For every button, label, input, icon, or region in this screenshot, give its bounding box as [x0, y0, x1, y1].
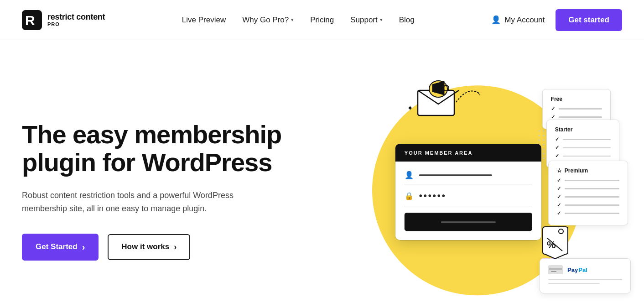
user-icon: 👤 [491, 15, 501, 25]
hero-left: The easy membership plugin for WordPress… [22, 112, 332, 261]
star-decoration-3: ✦ [407, 104, 413, 112]
main-nav: Live Preview Why Go Pro? ▾ Pricing Suppo… [182, 16, 415, 25]
card-starter-title: Starter [555, 126, 611, 133]
password-dots: •••••• [419, 191, 447, 201]
how-it-works-button[interactable]: How it works › [108, 234, 190, 260]
payment-card: PayPal [540, 258, 631, 293]
username-field: 👤 [405, 171, 532, 184]
chevron-down-icon: ▾ [291, 17, 294, 23]
card-row: ✓ [557, 178, 619, 183]
svg-rect-13 [549, 268, 562, 270]
card-row: ✓ [551, 106, 602, 112]
password-field: 🔒 •••••• [405, 191, 532, 206]
credit-card-icon [548, 265, 563, 274]
hero-title: The easy membership plugin for WordPress [22, 121, 314, 176]
hero-section: The easy membership plugin for WordPress… [0, 40, 644, 303]
card-premium-title: ☆ Premium [557, 167, 619, 174]
chevron-down-icon: ▾ [380, 17, 383, 23]
card-row: ✓ [551, 114, 602, 120]
svg-text:R: R [25, 13, 35, 28]
card-row: ✓ [555, 145, 611, 151]
card-free-title: Free [551, 96, 602, 102]
get-started-hero-button[interactable]: Get Started › [22, 234, 99, 261]
pricing-card-premium: ☆ Premium ✓ ✓ ✓ ✓ ✓ [548, 161, 628, 225]
lock-icon: 🔒 [405, 192, 414, 200]
hero-illustration: ✦ ★ ✦ Y [332, 58, 622, 303]
member-area-card: YOUR MEMBER AREA 👤 🔒 •••••• [395, 144, 541, 240]
card-row: ✓ [557, 194, 619, 200]
logo-pro: PRO [47, 22, 105, 27]
discount-tag: % [540, 225, 570, 263]
arrow-decoration [454, 84, 481, 110]
payment-line-2 [548, 283, 600, 284]
submit-line [441, 221, 496, 223]
nav-support[interactable]: Support ▾ [350, 16, 383, 25]
arrow-right-icon: › [174, 242, 177, 252]
svg-rect-14 [551, 271, 556, 272]
header-right: 👤 My Account Get started [491, 9, 622, 31]
logo-icon: R [22, 10, 42, 30]
member-card-submit [405, 213, 532, 231]
svg-marker-6 [476, 90, 480, 96]
hero-buttons: Get Started › How it works › [22, 234, 314, 261]
logo[interactable]: R restrict content PRO [22, 10, 105, 30]
nav-pricing[interactable]: Pricing [310, 16, 334, 25]
member-card-body: 👤 🔒 •••••• [395, 162, 541, 240]
site-header: R restrict content PRO Live Preview Why … [0, 0, 644, 40]
card-row: ✓ [557, 186, 619, 192]
user-field-icon: 👤 [405, 171, 414, 179]
nav-live-preview[interactable]: Live Preview [182, 16, 226, 25]
arrow-right-icon: › [82, 242, 85, 252]
paypal-logo: PayPal [567, 266, 587, 273]
logo-name: restrict content [47, 13, 105, 21]
username-line [419, 174, 492, 176]
payment-icons-row: PayPal [548, 265, 622, 274]
get-started-header-button[interactable]: Get started [556, 9, 622, 31]
star-premium-icon: ☆ [557, 167, 562, 174]
nav-blog[interactable]: Blog [399, 16, 415, 25]
card-row: ✓ [555, 153, 611, 159]
card-row: ✓ [557, 202, 619, 208]
my-account-link[interactable]: 👤 My Account [491, 15, 545, 25]
hero-subtitle: Robust content restriction tools and a p… [22, 189, 259, 215]
nav-why-go-pro[interactable]: Why Go Pro? ▾ [242, 16, 294, 25]
card-row: ✓ [557, 210, 619, 216]
payment-line-1 [548, 279, 622, 280]
member-card-header: YOUR MEMBER AREA [395, 144, 541, 162]
card-row: ✓ [555, 136, 611, 142]
